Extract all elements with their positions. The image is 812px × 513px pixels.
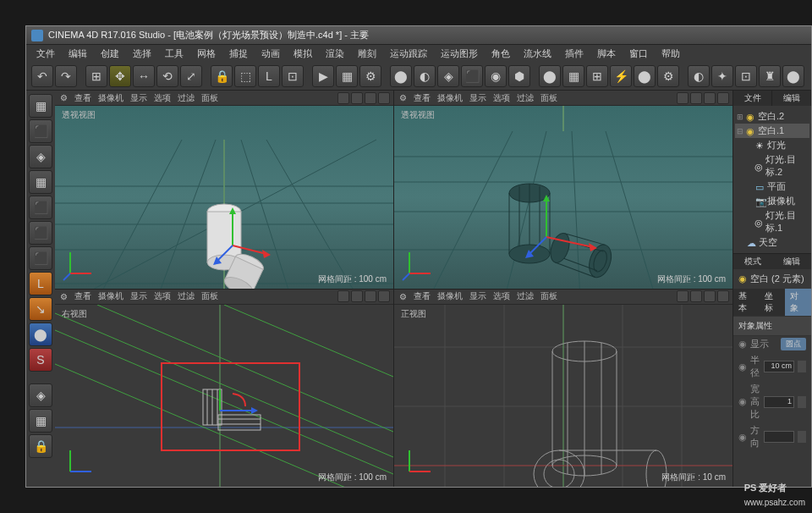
object-row[interactable]: ⊞◉空白.2 [735, 109, 809, 124]
menu-snap[interactable]: 捕捉 [224, 46, 253, 62]
attr-tab-object[interactable]: 对象 [785, 289, 811, 316]
toolbar-button[interactable]: L [258, 65, 280, 87]
vp-filter[interactable]: 过滤 [517, 290, 534, 302]
vp-nav-icon[interactable] [351, 92, 363, 104]
vp-camera[interactable]: 摄像机 [437, 92, 463, 104]
viewport-bottom-left[interactable]: ⚙ 查看 摄像机 显示 选项 过滤 面板 右视图 [55, 290, 393, 488]
toolbar-button[interactable]: ⬢ [508, 65, 530, 87]
vp-camera[interactable]: 摄像机 [98, 290, 123, 302]
viewport-top-right[interactable]: ⚙ 查看 摄像机 显示 选项 过滤 面板 透视视图 [394, 91, 732, 289]
vp-nav-icon[interactable] [717, 290, 729, 302]
vp-nav-icon[interactable] [690, 92, 702, 104]
vp-view[interactable]: 查看 [414, 92, 431, 104]
menu-character[interactable]: 角色 [486, 46, 515, 62]
toolbar-button[interactable]: ⬤ [539, 65, 561, 87]
toolbar-button[interactable]: ✦ [711, 65, 733, 87]
toolbar-button[interactable]: ▦ [336, 65, 358, 87]
attr-row[interactable]: ◉显示圆点 [733, 336, 811, 352]
toolbar-button[interactable]: ✥ [109, 65, 131, 87]
mode-button[interactable]: L [29, 272, 52, 295]
vp-display[interactable]: 显示 [130, 290, 147, 302]
viewport-canvas[interactable]: 网格间距 : 100 cm [394, 106, 732, 289]
menu-window[interactable]: 窗口 [624, 46, 653, 62]
mode-button[interactable]: 🔒 [29, 434, 52, 458]
menu-plugins[interactable]: 插件 [560, 46, 589, 62]
menu-script[interactable]: 脚本 [592, 46, 621, 62]
mode-button[interactable]: ▦ [29, 409, 52, 433]
vp-nav-icon[interactable] [365, 92, 376, 104]
mode-button[interactable]: ▦ [29, 94, 52, 118]
vp-nav-icon[interactable] [704, 290, 716, 302]
menu-mesh[interactable]: 网格 [192, 46, 221, 62]
attr-row[interactable]: ◉方向 [733, 422, 811, 451]
vp-nav-icon[interactable] [378, 290, 390, 302]
toolbar-button[interactable]: ⤢ [180, 65, 202, 87]
gear-icon[interactable]: ⚙ [60, 292, 68, 301]
vp-nav-icon[interactable] [337, 290, 349, 302]
vp-nav-icon[interactable] [677, 92, 689, 104]
attr-edit[interactable]: 编辑 [772, 254, 811, 269]
attr-mode[interactable]: 模式 [733, 254, 772, 269]
menu-motiontrack[interactable]: 运动跟踪 [385, 46, 432, 62]
toolbar-button[interactable]: ↶ [31, 65, 53, 87]
toolbar-button[interactable]: ⬛ [461, 65, 483, 87]
vp-nav-icon[interactable] [351, 290, 363, 302]
toolbar-button[interactable]: ⚙ [359, 65, 381, 87]
object-tree[interactable]: ⊞◉空白.2⊟◉空白.1☀灯光◎灯光.目标.2▭平面📷摄像机◎灯光.目标.1☁天… [733, 106, 811, 253]
toolbar-button[interactable]: ↷ [55, 65, 77, 87]
vp-camera[interactable]: 摄像机 [98, 92, 123, 104]
menu-simulate[interactable]: 模拟 [288, 46, 317, 62]
attr-row[interactable]: ◉宽高比1 [733, 381, 811, 422]
vp-view[interactable]: 查看 [74, 92, 91, 104]
viewport-bottom-right[interactable]: ⚙ 查看 摄像机 显示 选项 过滤 面板 正视图 [394, 290, 732, 488]
menu-edit[interactable]: 编辑 [63, 46, 92, 62]
toolbar-button[interactable]: 🔒 [211, 65, 233, 87]
viewport-canvas[interactable]: 网格间距 : 100 cm [55, 305, 393, 488]
menu-file[interactable]: 文件 [31, 46, 60, 62]
menu-sculpt[interactable]: 雕刻 [353, 46, 381, 62]
menu-select[interactable]: 选择 [128, 46, 156, 62]
mode-button[interactable]: ⬛ [29, 246, 52, 270]
mode-button[interactable]: ⬤ [29, 323, 52, 346]
vp-display[interactable]: 显示 [469, 92, 486, 104]
toolbar-button[interactable]: ▶ [312, 65, 334, 87]
vp-camera[interactable]: 摄像机 [437, 290, 463, 302]
toolbar-button[interactable]: ◐ [688, 65, 710, 87]
viewport-canvas[interactable]: 网格间距 : 100 cm [55, 106, 393, 289]
vp-view[interactable]: 查看 [74, 290, 91, 302]
object-row[interactable]: ☁天空 [735, 235, 809, 250]
vp-panel[interactable]: 面板 [201, 92, 218, 104]
vp-nav-icon[interactable] [378, 92, 390, 104]
toolbar-button[interactable]: ↔ [133, 65, 155, 87]
object-row[interactable]: ⊟◉空白.1 [735, 124, 809, 138]
vp-panel[interactable]: 面板 [201, 290, 218, 302]
vp-options[interactable]: 选项 [154, 290, 171, 302]
menu-help[interactable]: 帮助 [656, 46, 685, 62]
toolbar-button[interactable]: ⬚ [234, 65, 256, 87]
mode-button[interactable]: ⬛ [29, 221, 52, 245]
vp-view[interactable]: 查看 [414, 290, 431, 302]
toolbar-button[interactable]: ♜ [759, 65, 781, 87]
viewport-canvas[interactable]: 网格间距 : 10 cm [394, 305, 732, 488]
vp-nav-icon[interactable] [717, 92, 729, 104]
gear-icon[interactable]: ⚙ [399, 292, 407, 301]
toolbar-button[interactable]: ⬤ [390, 65, 412, 87]
toolbar-button[interactable]: ⊡ [282, 65, 304, 87]
toolbar-button[interactable]: ◐ [414, 65, 436, 87]
object-row[interactable]: ◎灯光.目标.1 [735, 208, 809, 235]
vp-options[interactable]: 选项 [493, 290, 510, 302]
toolbar-button[interactable]: ⚙ [657, 65, 679, 87]
vp-nav-icon[interactable] [337, 92, 349, 104]
gear-icon[interactable]: ⚙ [399, 93, 407, 102]
toolbar-button[interactable]: ⊞ [586, 65, 608, 87]
toolbar-button[interactable]: ⬤ [782, 65, 804, 87]
toolbar-button[interactable]: ⚡ [610, 65, 632, 87]
attr-tab-basic[interactable]: 基本 [733, 289, 760, 316]
vp-filter[interactable]: 过滤 [517, 92, 534, 104]
mode-button[interactable]: ↘ [29, 297, 52, 321]
vp-display[interactable]: 显示 [130, 92, 147, 104]
mode-button[interactable]: ◈ [29, 383, 52, 407]
toolbar-button[interactable]: ◉ [485, 65, 507, 87]
mode-button[interactable]: ⬛ [29, 196, 52, 219]
tab-file[interactable]: 文件 [733, 91, 772, 106]
